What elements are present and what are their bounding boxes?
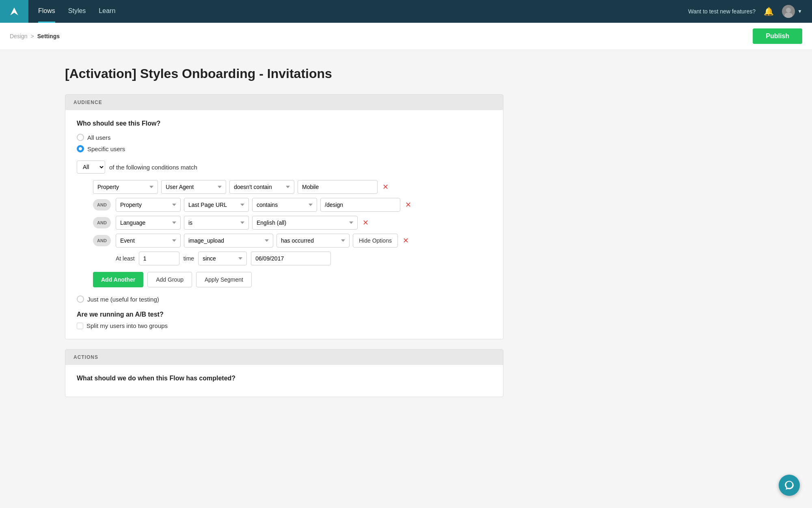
- ab-test-row: Split my users into two groups: [77, 322, 492, 329]
- condition-4-event-select[interactable]: image_upload: [184, 234, 273, 247]
- ab-test-checkbox[interactable]: [77, 323, 83, 329]
- nav-link-styles[interactable]: Styles: [68, 0, 86, 23]
- condition-4-delete-button[interactable]: ✕: [401, 236, 410, 245]
- specific-users-radio-circle: [77, 145, 84, 152]
- condition-row-2: AND Property Event Language Last Page UR…: [93, 198, 492, 212]
- apply-segment-button[interactable]: Apply Segment: [196, 272, 252, 287]
- all-users-label: All users: [87, 134, 111, 141]
- breadcrumb-separator: >: [31, 33, 34, 39]
- and-badge-4: AND: [93, 235, 111, 246]
- condition-2-property-select[interactable]: Property Event Language: [116, 198, 181, 212]
- conditions-match-row: All Any of the following conditions matc…: [77, 161, 492, 174]
- condition-1-property-select[interactable]: Property Event Language: [93, 180, 158, 194]
- main-content: [Activation] Styles Onboarding - Invitat…: [0, 50, 568, 423]
- condition-3-field-select[interactable]: is: [184, 216, 249, 230]
- who-question-label: Who should see this Flow?: [77, 120, 492, 127]
- specific-users-label: Specific users: [87, 145, 125, 152]
- just-me-label: Just me (useful for testing): [87, 296, 159, 303]
- condition-4-operator-select[interactable]: has occurred has not occurred: [276, 234, 350, 247]
- add-group-button[interactable]: Add Group: [147, 272, 192, 287]
- condition-2-operator-select[interactable]: contains doesn't contain equals: [252, 198, 317, 212]
- avatar: [782, 5, 795, 18]
- action-buttons-row: Add Another Add Group Apply Segment: [93, 272, 492, 287]
- condition-3-property-select[interactable]: Language Property Event: [116, 216, 181, 230]
- actions-question-label: What should we do when this Flow has com…: [77, 375, 492, 382]
- just-me-radio-circle: [77, 295, 84, 303]
- nav-links: Flows Styles Learn: [28, 0, 125, 23]
- condition-row-3: AND Language Property Event is English (…: [93, 216, 492, 230]
- svg-point-1: [786, 8, 791, 13]
- time-label: time: [184, 255, 194, 262]
- hide-options-button[interactable]: Hide Options: [353, 234, 398, 247]
- top-navigation: Flows Styles Learn Want to test new feat…: [0, 0, 812, 23]
- at-least-label: At least: [116, 255, 135, 262]
- specific-users-radio[interactable]: Specific users: [77, 145, 492, 152]
- condition-1-delete-button[interactable]: ✕: [381, 182, 390, 191]
- nav-link-flows[interactable]: Flows: [38, 0, 55, 23]
- avatar-wrapper[interactable]: ▼: [782, 5, 802, 18]
- and-badge-2: AND: [93, 199, 111, 211]
- ab-test-question-label: Are we running an A/B test?: [77, 311, 492, 318]
- and-badge-3: AND: [93, 217, 111, 228]
- breadcrumb: Design > Settings: [10, 33, 60, 39]
- actions-section: ACTIONS What should we do when this Flow…: [65, 349, 503, 397]
- audience-section: AUDIENCE Who should see this Flow? All u…: [65, 94, 503, 339]
- event-extended-row: At least time since before after: [116, 252, 492, 265]
- svg-marker-0: [10, 7, 18, 15]
- condition-1-field-select[interactable]: User Agent: [161, 180, 226, 194]
- audience-section-body: Who should see this Flow? All users Spec…: [65, 110, 503, 339]
- condition-2-delete-button[interactable]: ✕: [404, 200, 413, 209]
- avatar-chevron-icon: ▼: [797, 9, 802, 14]
- just-me-row: Just me (useful for testing): [77, 295, 492, 303]
- at-least-count-input[interactable]: [139, 252, 179, 265]
- breadcrumb-current: Settings: [37, 33, 60, 39]
- audience-section-header: AUDIENCE: [65, 95, 503, 110]
- condition-1-value-input[interactable]: [298, 180, 378, 194]
- nav-right: Want to test new features? 🔔 ▼: [688, 5, 812, 18]
- condition-row-1: Property Event Language User Agent doesn…: [93, 180, 492, 194]
- split-label: Split my users into two groups: [86, 322, 168, 329]
- nav-link-learn[interactable]: Learn: [99, 0, 115, 23]
- condition-2-value-input[interactable]: [320, 198, 400, 212]
- since-select[interactable]: since before after: [198, 252, 247, 265]
- condition-4-property-select[interactable]: Event Property Language: [116, 234, 181, 247]
- breadcrumb-parent[interactable]: Design: [10, 33, 28, 39]
- date-input[interactable]: [251, 252, 331, 265]
- actions-section-header: ACTIONS: [65, 350, 503, 365]
- all-select[interactable]: All Any: [77, 161, 105, 174]
- test-features-label: Want to test new features?: [688, 8, 756, 15]
- condition-3-language-select[interactable]: English (all) French Spanish: [252, 216, 358, 230]
- conditions-container: Property Event Language User Agent doesn…: [93, 180, 492, 272]
- audience-radio-group: All users Specific users: [77, 134, 492, 152]
- all-users-radio[interactable]: All users: [77, 134, 492, 141]
- all-users-radio-circle: [77, 134, 84, 141]
- actions-section-body: What should we do when this Flow has com…: [65, 365, 503, 397]
- breadcrumb-bar: Design > Settings Publish: [0, 23, 812, 50]
- add-another-button[interactable]: Add Another: [93, 272, 143, 287]
- conditions-match-text: of the following conditions match: [109, 164, 197, 171]
- svg-point-2: [784, 13, 793, 18]
- condition-1-operator-select[interactable]: doesn't contain contains equals: [229, 180, 294, 194]
- condition-3-delete-button[interactable]: ✕: [361, 218, 370, 227]
- notification-icon[interactable]: 🔔: [764, 7, 774, 16]
- publish-button[interactable]: Publish: [753, 28, 802, 44]
- condition-row-4: AND Event Property Language image_upload…: [93, 234, 492, 247]
- logo[interactable]: [0, 0, 28, 23]
- page-title: [Activation] Styles Onboarding - Invitat…: [65, 66, 503, 81]
- condition-2-field-select[interactable]: Last Page URL: [184, 198, 249, 212]
